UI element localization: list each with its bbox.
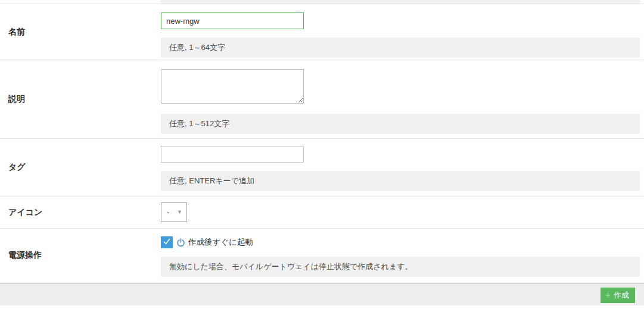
form-row-tags: タグ 任意, ENTERキーで追加 — [0, 139, 644, 196]
tags-field-hint: 任意, ENTERキーで追加 — [161, 171, 640, 191]
power-checkbox-line: 作成後すぐに起動 — [161, 236, 640, 248]
create-button[interactable]: + 作成 — [601, 288, 635, 303]
name-field-label: 名前 — [0, 27, 161, 38]
tags-field-label: タグ — [0, 162, 161, 173]
power-on-checkbox[interactable] — [161, 236, 173, 248]
name-input[interactable] — [161, 13, 304, 29]
tags-input[interactable] — [161, 146, 304, 163]
icon-field-label: アイコン — [0, 207, 161, 218]
form-row-description: 説明 任意, 1～512文字 — [0, 60, 644, 139]
form-row-name: 名前 任意, 1～64文字 — [0, 4, 644, 60]
power-checkbox-label: 作成後すぐに起動 — [188, 237, 253, 248]
description-field-hint: 任意, 1～512文字 — [161, 114, 640, 134]
create-button-label: 作成 — [614, 290, 629, 301]
power-icon — [176, 238, 185, 247]
icon-select-value: - — [167, 208, 169, 217]
form-row-icon: アイコン - ▼ — [0, 196, 644, 229]
description-textarea[interactable] — [161, 69, 304, 104]
description-field-label: 説明 — [0, 94, 161, 105]
name-field-hint: 任意, 1～64文字 — [161, 38, 640, 58]
form-row-power: 電源操作 — [0, 229, 644, 282]
form-body: 名前 任意, 1～64文字 説明 任意, 1～512文字 タグ 任意, ENTE… — [0, 4, 644, 282]
plus-icon: + — [605, 291, 611, 300]
create-mobile-gateway-form: 名前 任意, 1～64文字 説明 任意, 1～512文字 タグ 任意, ENTE… — [0, 0, 644, 309]
power-field-label: 電源操作 — [0, 250, 161, 261]
icon-select[interactable]: - ▼ — [161, 202, 187, 222]
caret-down-icon: ▼ — [177, 210, 182, 215]
power-field-hint: 無効にした場合、モバイルゲートウェイは停止状態で作成されます。 — [161, 257, 640, 277]
check-icon — [163, 237, 171, 248]
form-footer: + 作成 — [0, 283, 644, 305]
